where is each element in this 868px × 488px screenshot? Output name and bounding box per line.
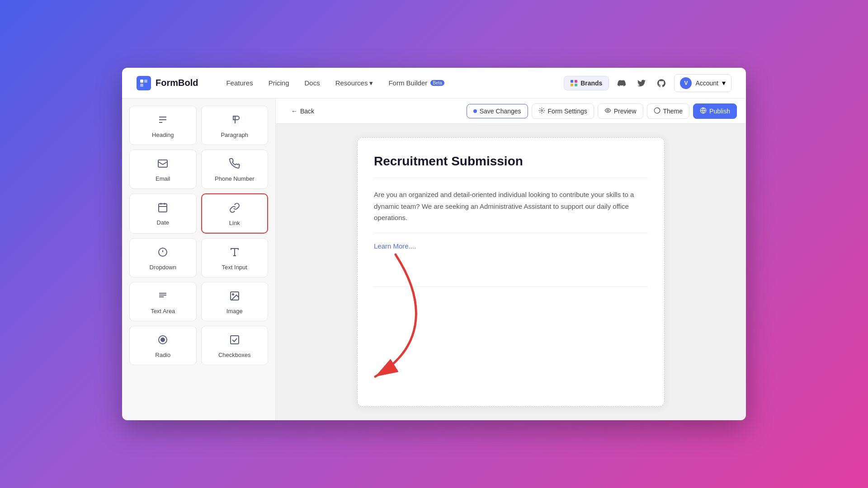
widget-link[interactable]: Link [201,193,269,234]
canvas-wrapper: Recruitment Submission Are you an organi… [276,124,746,420]
dropdown-label: Dropdown [150,264,176,271]
svg-rect-10 [231,336,239,344]
email-icon [157,158,168,172]
widget-text-area[interactable]: Text Area [129,282,197,321]
brands-button[interactable]: Brands [564,76,609,90]
form-canvas: Recruitment Submission Are you an organi… [276,124,746,420]
form-bottom-separator [374,286,648,287]
paragraph-label: Paragraph [221,131,248,138]
form-separator [374,233,648,233]
main-nav: Features Pricing Docs Resources ▾ Form B… [220,75,564,91]
widget-dropdown[interactable]: Dropdown [129,238,197,277]
logo-text: FormBold [156,78,198,88]
nav-resources[interactable]: Resources ▾ [329,75,380,91]
builder-area: ← Back Save Changes Form Settings [276,99,746,420]
paragraph-icon [229,114,240,128]
chevron-down-icon: ▾ [369,79,373,87]
brands-grid-icon [571,80,578,86]
publish-icon [700,107,707,115]
builder-toolbar: ← Back Save Changes Form Settings [276,99,746,124]
svg-rect-0 [140,80,143,83]
widget-radio[interactable]: Radio [129,326,197,365]
widget-heading[interactable]: Heading [129,106,197,145]
image-icon [229,291,240,304]
form-settings-button[interactable]: Form Settings [532,103,594,119]
back-button[interactable]: ← Back [285,104,321,118]
checkboxes-label: Checkboxes [218,352,251,358]
email-label: Email [156,175,170,182]
theme-button[interactable]: Theme [647,103,690,119]
save-changes-button[interactable]: Save Changes [467,104,528,118]
nav-docs[interactable]: Docs [298,75,326,90]
widget-grid: Heading Paragraph [129,106,268,365]
svg-point-9 [161,338,165,342]
form-title: Recruitment Submission [374,154,648,178]
twitter-icon[interactable] [634,76,649,90]
widget-email[interactable]: Email [129,150,197,189]
account-button[interactable]: V Account ▾ [674,74,731,92]
theme-icon [654,107,660,115]
text-area-icon [157,291,168,304]
nav-pricing[interactable]: Pricing [262,75,296,90]
preview-icon [604,107,611,115]
radio-label: Radio [155,352,170,358]
heading-icon [157,114,168,128]
phone-label: Phone Number [215,175,254,182]
nav-form-builder[interactable]: Form Builder Beta [382,75,450,90]
form-card: Recruitment Submission Are you an organi… [357,137,665,407]
link-label: Link [229,220,240,226]
svg-rect-1 [144,80,147,83]
form-link[interactable]: Learn More.... [374,242,416,250]
widget-image[interactable]: Image [201,282,269,321]
svg-point-11 [541,109,542,111]
widget-sidebar: Heading Paragraph [122,99,276,420]
save-dot-icon [473,109,477,113]
date-icon [157,202,168,216]
text-area-label: Text Area [151,308,175,314]
widget-date[interactable]: Date [129,193,197,234]
checkboxes-icon [229,334,240,348]
beta-badge: Beta [430,80,444,86]
text-input-label: Text Input [222,264,247,271]
radio-icon [157,334,168,348]
github-icon[interactable] [654,76,669,90]
settings-icon [538,107,545,115]
svg-point-7 [232,294,234,295]
widget-paragraph[interactable]: Paragraph [201,106,269,145]
svg-rect-2 [140,84,143,87]
widget-checkboxes[interactable]: Checkboxes [201,326,269,365]
dropdown-icon [157,247,168,260]
preview-button[interactable]: Preview [598,103,643,119]
form-description: Are you an organized and detail-oriented… [374,189,648,224]
heading-label: Heading [152,131,174,138]
text-input-icon [229,247,240,260]
back-arrow-icon: ← [291,108,297,115]
svg-point-12 [607,109,609,111]
link-icon [229,202,240,216]
account-avatar: V [680,77,692,89]
svg-rect-4 [159,204,167,212]
phone-icon [229,158,240,172]
publish-button[interactable]: Publish [693,103,737,119]
discord-icon[interactable] [614,76,629,90]
header-actions: Brands V Account ▾ [564,74,731,92]
account-label: Account [695,80,718,87]
logo-icon [137,76,151,90]
account-chevron-icon: ▾ [722,79,726,87]
widget-phone[interactable]: Phone Number [201,150,269,189]
nav-features[interactable]: Features [220,75,259,90]
widget-text-input[interactable]: Text Input [201,238,269,277]
image-label: Image [226,308,243,314]
date-label: Date [157,219,169,226]
logo[interactable]: FormBold [137,76,198,90]
svg-rect-3 [158,160,167,167]
